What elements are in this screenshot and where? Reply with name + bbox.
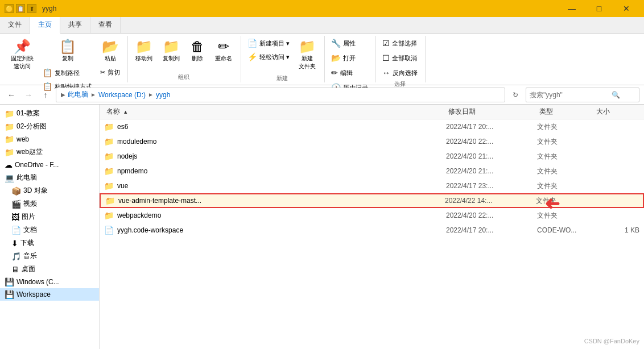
file-row-workspace[interactable]: 📄 yygh.code-workspace 2022/4/17 20:... C… [100, 223, 644, 238]
sidebar-label: Windows (C... [16, 278, 59, 286]
file-row-vue[interactable]: 📁 vue 2022/4/17 23:... 文件夹 [100, 178, 644, 193]
easy-access-button[interactable]: ⚡ 轻松访问 ▾ [245, 51, 292, 63]
open-button[interactable]: 📂 打开 [328, 52, 358, 64]
file-date: 2022/4/20 21:... [446, 152, 537, 160]
file-row-npmdemo[interactable]: 📁 npmdemo 2022/4/20 21:... 文件夹 [100, 164, 644, 178]
edit-button[interactable]: ✏ 编辑 [328, 67, 356, 79]
file-name: vue [117, 182, 446, 190]
app-icon-3: ⬆ [27, 4, 36, 13]
move-icon: 📁 [135, 40, 152, 53]
file-name: moduledemo [117, 138, 446, 146]
invert-select-button[interactable]: ↔ 反向选择 [379, 67, 420, 79]
search-input[interactable] [530, 91, 609, 99]
picture-icon: 🖼 [11, 213, 19, 222]
breadcrumb-yygh[interactable]: yygh [156, 91, 170, 99]
cut-button[interactable]: ✂ 剪切 [97, 67, 123, 78]
breadcrumb-workspace[interactable]: Workspace (D:) [98, 91, 146, 99]
select-none-button[interactable]: ☐ 全部取消 [379, 52, 420, 64]
breadcrumb-pc[interactable]: 此电脑 [68, 90, 88, 99]
file-row-webpackdemo[interactable]: 📁 webpackdemo 2022/4/20 22:... 文件夹 [100, 208, 644, 223]
forward-button[interactable]: → [22, 88, 35, 102]
sidebar-item-picture[interactable]: 🖼 图片 [0, 210, 99, 223]
sidebar-item-video[interactable]: 🎬 视频 [0, 197, 99, 210]
address-bar[interactable]: ▶ 此电脑 ► Workspace (D:) ► yygh [56, 88, 505, 102]
file-type: 文件夹 [537, 122, 594, 132]
sidebar-item-jiaoan[interactable]: 📁 01-教案 [0, 107, 99, 120]
new-folder-button[interactable]: 📁 新建文件夹 [295, 37, 320, 73]
new-item-button[interactable]: 📄 新建项目 ▾ [245, 37, 292, 49]
video-icon: 🎬 [11, 200, 21, 209]
ribbon-content: 📌 固定到快速访问 📋 复制 📋 复制路径 📋 粘贴快捷方式 [0, 34, 644, 85]
paste-button[interactable]: 📂 粘贴 [97, 37, 123, 65]
properties-button[interactable]: 🔧 属性 [328, 37, 358, 49]
copy-button[interactable]: 📋 复制 [40, 37, 95, 65]
pin-icon: 📌 [14, 40, 31, 53]
tab-file[interactable]: 文件 [0, 17, 30, 33]
sidebar-label: 01-教案 [16, 109, 40, 118]
sidebar-item-3d[interactable]: 📦 3D 对象 [0, 184, 99, 197]
properties-icon: 🔧 [331, 39, 341, 48]
sidebar-item-download[interactable]: ⬇ 下载 [0, 236, 99, 250]
select-label: 选择 [394, 79, 406, 88]
file-area: 名称 ▲ 修改日期 类型 大小 📁 es6 2022/4/17 20:... 文… [100, 105, 644, 349]
folder-icon: 📁 [104, 211, 114, 220]
sidebar-label: Workspace [16, 290, 51, 298]
sidebar-label: web [16, 135, 29, 143]
tab-home[interactable]: 主页 [30, 17, 60, 34]
col-header-date[interactable]: 修改日期 [446, 107, 537, 117]
ribbon-group-clipboard: 📌 固定到快速访问 📋 复制 📋 复制路径 📋 粘贴快捷方式 [5, 36, 128, 82]
copy-path-button[interactable]: 📋 复制路径 [40, 67, 95, 79]
new-items: 📄 新建项目 ▾ ⚡ 轻松访问 ▾ 📁 新建文件夹 [245, 37, 320, 73]
file-row-es6[interactable]: 📁 es6 2022/4/17 20:... 文件夹 [100, 119, 644, 134]
close-button[interactable]: ✕ [613, 0, 639, 17]
sidebar-item-windows[interactable]: 💾 Windows (C... [0, 276, 99, 288]
sidebar-label: 视频 [23, 199, 37, 209]
ribbon-group-select: ☑ 全部选择 ☐ 全部取消 ↔ 反向选择 选择 [377, 36, 426, 82]
col-header-name[interactable]: 名称 ▲ [104, 107, 446, 117]
copyto-button[interactable]: 📁 复制到 [159, 37, 184, 65]
maximize-button[interactable]: □ [586, 0, 612, 17]
back-button[interactable]: ← [5, 88, 18, 102]
sidebar-item-fenxi[interactable]: 📁 02-分析图 [0, 120, 99, 133]
file-row-nodejs[interactable]: 📁 nodejs 2022/4/20 21:... 文件夹 [100, 149, 644, 164]
file-type: 文件夹 [536, 196, 593, 206]
search-bar[interactable]: 🔍 [526, 88, 639, 102]
sidebar-label: 下载 [20, 238, 34, 248]
folder-icon: 📁 [104, 152, 114, 161]
move-button[interactable]: 📁 移动到 [131, 37, 156, 65]
sidebar-item-web[interactable]: 📁 web [0, 133, 99, 146]
file-type: 文件夹 [537, 211, 594, 221]
sidebar-item-workspace[interactable]: 💾 Workspace [0, 288, 99, 301]
file-row-vue-admin[interactable]: 📁 vue-admin-template-mast... 2022/4/22 1… [100, 193, 644, 208]
easyaccess-icon: ⚡ [247, 52, 257, 61]
delete-button[interactable]: 🗑 删除 [186, 37, 209, 65]
col-header-size[interactable]: 大小 [594, 107, 639, 117]
sidebar-label: web赵堂 [16, 147, 43, 157]
tab-share[interactable]: 共享 [60, 17, 90, 33]
folder-icon: 📁 [5, 109, 14, 118]
minimize-button[interactable]: — [559, 0, 585, 17]
col-header-type[interactable]: 类型 [537, 107, 594, 117]
sidebar-item-onedrive[interactable]: ☁ OneDrive - F... [0, 159, 99, 171]
sidebar-item-pc[interactable]: 💻 此电脑 [0, 171, 99, 184]
file-row-moduledemo[interactable]: 📁 moduledemo 2022/4/20 22:... 文件夹 [100, 134, 644, 149]
window-title: yygh [42, 5, 56, 13]
sidebar-item-music[interactable]: 🎵 音乐 [0, 250, 99, 263]
tab-view[interactable]: 查看 [90, 17, 121, 33]
pin-button[interactable]: 📌 固定到快速访问 [7, 37, 38, 73]
newfolder-icon: 📁 [299, 40, 316, 53]
sidebar-item-web-zhao[interactable]: 📁 web赵堂 [0, 146, 99, 159]
select-all-button[interactable]: ☑ 全部选择 [379, 37, 420, 49]
download-icon: ⬇ [11, 239, 18, 248]
sidebar-label: 文档 [23, 225, 37, 235]
refresh-button[interactable]: ↻ [509, 88, 522, 102]
sidebar-label: 此电脑 [16, 173, 37, 182]
up-button[interactable]: ↑ [39, 88, 52, 102]
file-size: 1 KB [594, 226, 639, 234]
sidebar-label: 音乐 [23, 251, 37, 261]
sidebar-item-document[interactable]: 📄 文档 [0, 223, 99, 236]
clipboard-items: 📌 固定到快速访问 📋 复制 📋 复制路径 📋 粘贴快捷方式 [7, 37, 123, 93]
open-icon: 📂 [331, 53, 341, 63]
sidebar-item-desktop[interactable]: 🖥 桌面 [0, 263, 99, 276]
rename-button[interactable]: ✏ 重命名 [211, 37, 236, 65]
